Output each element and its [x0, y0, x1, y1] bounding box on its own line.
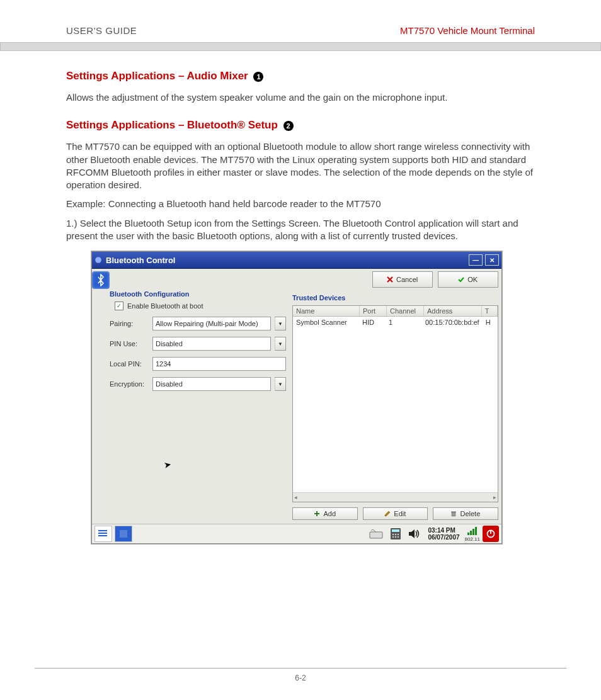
scroll-left-icon[interactable]: ◂	[294, 494, 297, 500]
svg-point-15	[398, 536, 399, 538]
window-title: Bluetooth Control	[106, 256, 175, 265]
bluetooth-icon	[92, 271, 110, 289]
callout-1-icon: 1	[253, 72, 263, 82]
pairing-dropdown-arrow-icon[interactable]: ▼	[275, 317, 286, 330]
cursor-icon: ➤	[163, 459, 173, 470]
edit-icon	[384, 511, 391, 517]
taskbar-app-icon[interactable]	[115, 526, 132, 542]
scroll-right-icon[interactable]: ▸	[493, 494, 496, 500]
svg-rect-5	[98, 535, 107, 536]
power-button[interactable]	[483, 526, 499, 542]
svg-point-13	[392, 536, 394, 538]
localpin-input[interactable]: 1234	[152, 357, 286, 371]
config-group-label: Bluetooth Configuration	[110, 290, 286, 298]
section-bluetooth-body3: 1.) Select the Bluetooth Setup icon from…	[66, 217, 535, 243]
svg-point-14	[395, 536, 397, 538]
delete-button[interactable]: Delete	[433, 507, 498, 520]
volume-icon[interactable]	[406, 526, 423, 541]
svg-point-10	[392, 534, 394, 536]
section-audio-title-text: Settings Applications – Audio Mixer	[66, 70, 248, 82]
svg-rect-2	[451, 512, 456, 513]
add-button-label: Add	[323, 510, 336, 517]
encryption-dropdown[interactable]: Disabled	[152, 377, 271, 391]
footer-rule	[35, 668, 566, 669]
section-bluetooth-title-text: Settings Applications – Bluetooth® Setup	[66, 119, 278, 131]
svg-rect-1	[452, 512, 455, 516]
encryption-label: Encryption:	[110, 380, 149, 388]
header-left: USER'S GUIDE	[66, 25, 137, 36]
clock-time: 03:14 PM	[428, 527, 459, 534]
header-right: MT7570 Vehicle Mount Terminal	[400, 25, 535, 36]
col-name[interactable]: Name	[293, 306, 360, 316]
svg-rect-4	[98, 533, 107, 534]
clock-date: 06/07/2007	[428, 534, 459, 541]
pairing-label: Pairing:	[110, 320, 149, 327]
taskbar: 03:14 PM 06/07/2007 802.11	[92, 524, 501, 543]
add-button[interactable]: Add	[292, 507, 358, 520]
col-address[interactable]: Address	[424, 306, 482, 316]
col-port[interactable]: Port	[360, 306, 387, 316]
titlebar: Bluetooth Control — ✕	[92, 252, 501, 269]
section-audio-body: Allows the adjustment of the system spea…	[66, 91, 535, 104]
taskbar-menu-icon[interactable]	[94, 526, 112, 542]
header-bar	[0, 42, 601, 51]
bluetooth-control-window: Bluetooth Control — ✕ Bluetooth Configur…	[91, 251, 502, 544]
cell-port: HID	[359, 318, 386, 327]
calculator-icon[interactable]	[387, 526, 404, 541]
svg-rect-6	[120, 530, 127, 538]
cell-channel: 1	[386, 318, 422, 327]
enable-bluetooth-checkbox[interactable]: ✓	[115, 302, 123, 310]
section-bluetooth-body1: The MT7570 can be equipped with an optio…	[66, 140, 535, 191]
section-audio-title: Settings Applications – Audio Mixer 1	[66, 70, 535, 82]
power-icon	[486, 529, 496, 539]
ok-icon	[458, 276, 464, 283]
col-channel[interactable]: Channel	[387, 306, 424, 316]
edit-button-label: Edit	[394, 510, 406, 517]
cancel-icon	[387, 276, 393, 283]
trusted-group-label: Trusted Devices	[292, 294, 498, 302]
cell-t: H	[483, 318, 498, 327]
close-button[interactable]: ✕	[485, 254, 499, 266]
app-icon	[94, 256, 102, 264]
svg-rect-3	[98, 530, 107, 531]
section-bluetooth-title: Settings Applications – Bluetooth® Setup…	[66, 119, 535, 132]
add-icon	[314, 511, 320, 517]
horizontal-scrollbar[interactable]: ◂ ▸	[293, 492, 498, 502]
svg-point-12	[398, 534, 399, 536]
pairing-dropdown[interactable]: Allow Repairing (Multi-pair Mode)	[152, 317, 271, 330]
trusted-devices-list[interactable]: Name Port Channel Address T Symbol Scann…	[292, 305, 498, 502]
callout-2-icon: 2	[283, 121, 294, 131]
svg-point-0	[95, 257, 101, 263]
encryption-dropdown-arrow-icon[interactable]: ▼	[275, 377, 286, 391]
wifi-indicator[interactable]: 802.11	[465, 526, 480, 542]
svg-rect-7	[370, 532, 382, 538]
wifi-bars-icon	[466, 526, 478, 536]
list-header: Name Port Channel Address T	[293, 306, 498, 317]
taskbar-clock: 03:14 PM 06/07/2007	[425, 527, 462, 541]
ok-button[interactable]: OK	[438, 271, 498, 288]
delete-icon	[450, 511, 457, 517]
keyboard-icon[interactable]	[369, 526, 385, 541]
localpin-label: Local PIN:	[110, 360, 149, 368]
col-t[interactable]: T	[482, 306, 498, 316]
pinuse-dropdown[interactable]: Disabled	[152, 337, 271, 351]
pinuse-label: PIN Use:	[110, 340, 149, 347]
svg-point-11	[395, 534, 397, 536]
list-row[interactable]: Symbol Scanner HID 1 00:15:70:0b:bd:ef H	[293, 317, 498, 328]
cell-name: Symbol Scanner	[293, 318, 359, 327]
edit-button[interactable]: Edit	[363, 507, 428, 520]
wifi-label: 802.11	[465, 536, 480, 542]
section-bluetooth-body2: Example: Connecting a Bluetooth hand hel…	[66, 198, 535, 210]
pinuse-dropdown-arrow-icon[interactable]: ▼	[275, 337, 286, 351]
ok-button-label: OK	[467, 276, 478, 283]
cancel-button[interactable]: Cancel	[372, 271, 433, 288]
enable-bluetooth-label: Enable Bluetooth at boot	[127, 302, 203, 310]
minimize-button[interactable]: —	[469, 254, 483, 266]
cell-address: 00:15:70:0b:bd:ef	[422, 318, 483, 327]
delete-button-label: Delete	[460, 510, 480, 517]
cancel-button-label: Cancel	[396, 276, 418, 283]
svg-rect-9	[392, 529, 399, 532]
page-number: 6-2	[0, 674, 601, 682]
